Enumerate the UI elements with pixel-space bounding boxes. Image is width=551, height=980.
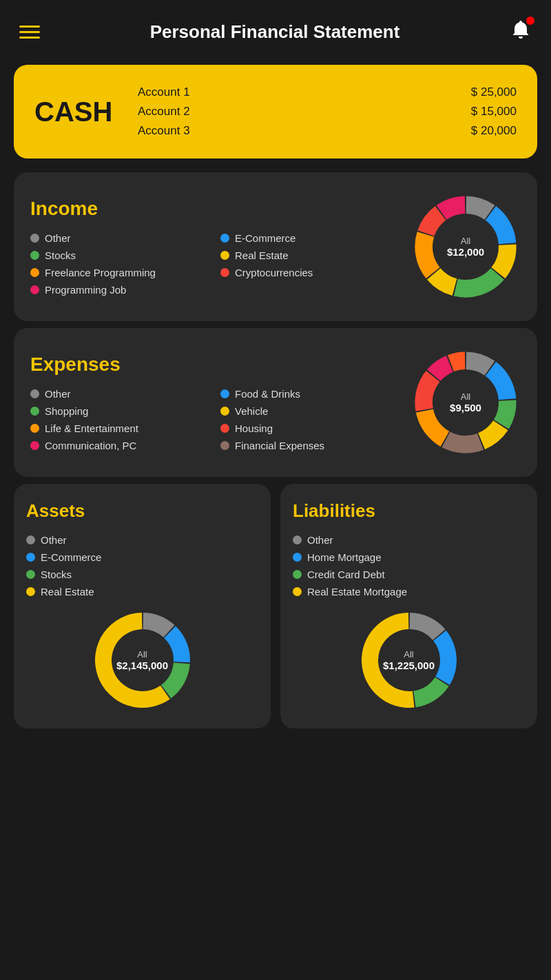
legend-label: E-Commerce: [235, 232, 295, 244]
notification-badge: [526, 17, 534, 25]
expenses-left: Expenses OtherFood & DrinksShoppingVehic…: [30, 354, 404, 451]
legend-label: Freelance Programming: [45, 267, 156, 278]
cash-account-value: $ 25,000: [471, 85, 517, 99]
expenses-section: Expenses OtherFood & DrinksShoppingVehic…: [14, 328, 537, 477]
expenses-chart-value: $9,500: [450, 402, 481, 414]
legend-dot: [293, 553, 302, 562]
bottom-row: Assets OtherE-CommerceStocksReal Estate …: [14, 484, 537, 728]
income-left: Income OtherE-CommerceStocksReal EstateF…: [30, 198, 404, 296]
legend-label: Food & Drinks: [235, 388, 300, 400]
liabilities-chart[interactable]: All $1,225,000: [357, 609, 461, 712]
legend-dot: [293, 587, 302, 596]
legend-item: Other: [293, 534, 407, 546]
cash-account-value: $ 20,000: [471, 124, 517, 138]
income-chart-label: All: [447, 236, 484, 246]
legend-dot: [293, 535, 302, 544]
expenses-chart-center: All $9,500: [450, 391, 481, 414]
legend-label: Other: [45, 388, 71, 400]
assets-section: Assets OtherE-CommerceStocksReal Estate …: [14, 484, 271, 728]
legend-item: Credit Card Debt: [293, 569, 407, 580]
legend-dot: [293, 570, 302, 579]
legend-item: Stocks: [30, 249, 214, 261]
legend-dot: [220, 251, 229, 260]
legend-label: Other: [45, 232, 71, 244]
legend-label: Real Estate Mortgage: [307, 586, 407, 598]
assets-chart-label: All: [116, 649, 168, 660]
legend-item: Financial Expenses: [220, 440, 404, 451]
liabilities-section: Liabilities OtherHome MortgageCredit Car…: [280, 484, 537, 728]
legend-item: Communication, PC: [30, 440, 214, 451]
legend-label: Other: [41, 534, 67, 546]
legend-label: Cryptocurrencies: [235, 267, 313, 278]
income-chart-value: $12,000: [447, 246, 484, 258]
legend-label: Stocks: [41, 569, 72, 580]
legend-dot: [220, 268, 229, 277]
legend-dot: [220, 389, 229, 398]
assets-chart[interactable]: All $2,145,000: [91, 609, 194, 712]
legend-label: Programming Job: [45, 284, 126, 296]
legend-item: Other: [30, 232, 214, 244]
legend-dot: [30, 268, 39, 277]
legend-label: Shopping: [45, 405, 88, 417]
cash-card: CASH Account 1$ 25,000Account 2$ 15,000A…: [14, 65, 537, 159]
legend-dot: [26, 553, 35, 562]
legend-dot: [26, 535, 35, 544]
legend-item: Real Estate: [26, 586, 101, 598]
legend-item: Freelance Programming: [30, 267, 214, 278]
cash-account-name: Account 3: [138, 124, 190, 138]
income-title: Income: [30, 198, 404, 220]
cash-account-row: Account 2$ 15,000: [138, 105, 517, 119]
legend-item: E-Commerce: [26, 551, 101, 563]
legend-item: Other: [30, 388, 214, 400]
cash-account-value: $ 15,000: [471, 105, 517, 119]
liabilities-title: Liabilities: [293, 500, 375, 522]
legend-label: Real Estate: [41, 586, 94, 598]
legend-item: Life & Entertainment: [30, 422, 214, 434]
legend-dot: [30, 424, 39, 433]
header: Personal Financial Statement: [0, 0, 551, 58]
page-title: Personal Financial Statement: [40, 21, 510, 43]
legend-item: Other: [26, 534, 101, 546]
legend-label: Home Mortgage: [307, 551, 382, 563]
legend-item: Real Estate Mortgage: [293, 586, 407, 598]
legend-dot: [26, 587, 35, 596]
legend-dot: [30, 234, 39, 243]
legend-label: Financial Expenses: [235, 440, 324, 451]
legend-item: E-Commerce: [220, 232, 404, 244]
legend-item: Real Estate: [220, 249, 404, 261]
income-section: Income OtherE-CommerceStocksReal EstateF…: [14, 172, 537, 321]
legend-dot: [30, 251, 39, 260]
assets-title: Assets: [26, 500, 85, 522]
legend-label: Other: [307, 534, 333, 546]
assets-chart-value: $2,145,000: [116, 660, 168, 671]
liabilities-legend: OtherHome MortgageCredit Card DebtReal E…: [293, 534, 407, 598]
legend-item: Housing: [220, 422, 404, 434]
expenses-title: Expenses: [30, 354, 404, 376]
legend-dot: [30, 407, 39, 416]
menu-button[interactable]: [19, 25, 40, 39]
liabilities-chart-label: All: [383, 649, 435, 660]
income-chart-center: All $12,000: [447, 236, 484, 258]
cash-accounts: Account 1$ 25,000Account 2$ 15,000Accoun…: [138, 85, 517, 138]
liabilities-chart-value: $1,225,000: [383, 660, 435, 671]
legend-dot: [26, 570, 35, 579]
legend-dot: [220, 234, 229, 243]
notification-button[interactable]: [510, 19, 532, 44]
legend-item: Vehicle: [220, 405, 404, 417]
legend-dot: [220, 407, 229, 416]
expenses-chart[interactable]: All $9,500: [410, 347, 521, 458]
expenses-chart-label: All: [450, 391, 481, 402]
cash-account-name: Account 1: [138, 85, 190, 99]
legend-label: Real Estate: [235, 249, 289, 261]
cash-label: CASH: [34, 96, 117, 127]
legend-dot: [30, 441, 39, 450]
legend-dot: [220, 441, 229, 450]
expenses-legend: OtherFood & DrinksShoppingVehicleLife & …: [30, 388, 404, 451]
legend-dot: [30, 389, 39, 398]
legend-label: Life & Entertainment: [45, 422, 138, 434]
legend-label: Vehicle: [235, 405, 268, 417]
income-chart[interactable]: All $12,000: [410, 192, 521, 302]
cash-account-name: Account 2: [138, 105, 190, 119]
legend-label: Credit Card Debt: [307, 569, 385, 580]
income-legend: OtherE-CommerceStocksReal EstateFreelanc…: [30, 232, 404, 296]
